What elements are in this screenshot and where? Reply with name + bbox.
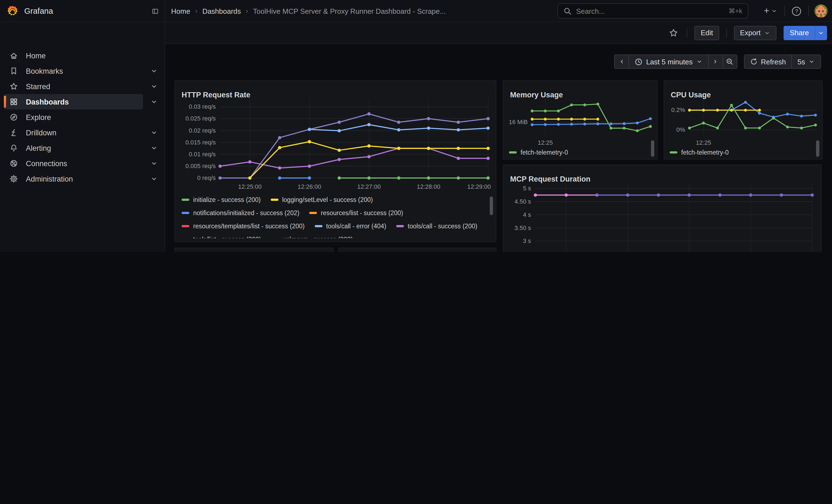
grafana-app: Grafana Home › Dashboards › ToolHive MCP…	[0, 0, 832, 252]
panel-left-icon	[152, 6, 158, 16]
zoom-out-button[interactable]	[722, 54, 737, 69]
avatar[interactable]	[814, 4, 828, 18]
breadcrumb-dashboards[interactable]: Dashboards	[202, 7, 241, 15]
sidebar-toggle-button[interactable]	[149, 4, 162, 18]
breadcrumb-home[interactable]: Home	[171, 7, 190, 15]
sidebar-item-alerting[interactable]: Alerting	[4, 140, 143, 156]
legend-label: unknown - success (200)	[283, 236, 353, 238]
svg-text:12:29:00: 12:29:00	[467, 183, 491, 190]
legend-item[interactable]: logging/setLevel - success (200)	[270, 194, 373, 205]
help-icon: ?	[791, 6, 802, 16]
search-icon	[564, 7, 572, 15]
legend-label: tools/call - success (200)	[408, 223, 477, 230]
legend-item[interactable]: tools/call - success (200)	[396, 221, 477, 232]
legend-item[interactable]: fetch-telemetry-0	[509, 147, 568, 158]
time-shift-back-button[interactable]	[614, 54, 629, 69]
legend-scrollbar[interactable]	[651, 140, 654, 157]
panel-total-request-rate: Total Request Rate 0.0875	[175, 247, 334, 252]
legend-item[interactable]: initialize - success (200)	[182, 194, 261, 205]
edit-button[interactable]: Edit	[695, 26, 719, 40]
svg-text:2.50 s: 2.50 s	[515, 250, 531, 252]
sidebar: Home Bookmarks Starred Dashboards Explor…	[0, 22, 165, 252]
export-button[interactable]: Export	[734, 26, 776, 40]
svg-text:12:28:00: 12:28:00	[417, 183, 441, 190]
sidebar-item-bookmarks[interactable]: Bookmarks	[4, 63, 143, 79]
svg-text:0.005 req/s: 0.005 req/s	[185, 163, 216, 169]
chevron-down-icon[interactable]	[150, 128, 158, 137]
http-legend: initialize - success (200)logging/setLev…	[182, 194, 482, 238]
legend-swatch	[182, 225, 189, 227]
legend-item[interactable]: resources/list - success (200)	[309, 207, 403, 218]
legend-scrollbar[interactable]	[490, 196, 493, 215]
time-range-picker[interactable]: Last 5 minutes	[628, 54, 708, 69]
help-button[interactable]: ?	[790, 5, 803, 17]
sidebar-item-drilldown[interactable]: Drilldown	[4, 125, 143, 140]
legend-label: fetch-telemetry-0	[681, 149, 729, 156]
http-request-rate-chart: 0 req/s0.005 req/s0.01 req/s0.015 req/s0…	[179, 95, 493, 193]
plus-icon: +	[764, 7, 769, 16]
brand: Grafana	[0, 0, 165, 22]
divider	[784, 5, 785, 17]
svg-text:12:25:00: 12:25:00	[238, 183, 262, 190]
sidebar-item-starred[interactable]: Starred	[4, 79, 143, 94]
legend-item[interactable]: unknown - success (200)	[271, 234, 353, 238]
legend-label: initialize - success (200)	[193, 196, 261, 203]
star-icon	[669, 28, 679, 38]
topbar-actions: + ?	[763, 0, 828, 22]
compass-icon	[9, 113, 18, 122]
memory-usage-chart: 16 MiB12:25	[507, 94, 655, 146]
sidebar-item-connections[interactable]: Connections	[4, 156, 143, 171]
legend-label: resources/list - success (200)	[321, 210, 403, 216]
time-shift-forward-button[interactable]	[708, 54, 723, 69]
share-menu-button[interactable]	[815, 26, 827, 40]
chevron-down-icon[interactable]	[150, 175, 158, 183]
cpu-usage-chart: 0.2%0%12:25	[668, 94, 820, 146]
mcp-request-duration-chart: 5 s4.50 s4 s3.50 s3 s2.50 s12:25:0012:26…	[508, 179, 818, 252]
legend-item[interactable]: tools/list - success (200)	[182, 234, 261, 238]
chevron-down-icon[interactable]	[150, 143, 158, 152]
breadcrumb-current: ToolHive MCP Server & Proxy Runner Dashb…	[253, 7, 446, 15]
breadcrumb: Home › Dashboards › ToolHive MCP Server …	[171, 0, 446, 22]
chevron-down-icon	[808, 58, 815, 65]
svg-text:0 req/s: 0 req/s	[197, 175, 216, 181]
svg-text:0.025 req/s: 0.025 req/s	[185, 115, 216, 122]
chevron-left-icon	[618, 58, 625, 65]
add-button[interactable]: +	[763, 5, 779, 17]
legend-scrollbar[interactable]	[816, 140, 820, 157]
refresh-button[interactable]: Refresh	[744, 54, 792, 69]
legend-item[interactable]: resources/templates/list - success (200)	[182, 221, 305, 232]
grafana-logo	[7, 5, 19, 17]
panel-mcp-request-duration: MCP Request Duration 5 s4.50 s4 s3.50 s3…	[503, 164, 822, 252]
chevron-down-icon[interactable]	[150, 97, 158, 106]
breadcrumb-separator: ›	[246, 7, 248, 15]
svg-text:0.02 req/s: 0.02 req/s	[189, 127, 216, 134]
sidebar-item-administration[interactable]: Administration	[4, 171, 143, 187]
svg-text:0.015 req/s: 0.015 req/s	[185, 139, 216, 146]
sidebar-item-home[interactable]: Home	[4, 48, 143, 63]
search-input[interactable]: Search... ⌘+k	[557, 3, 748, 19]
legend-swatch	[309, 212, 317, 214]
svg-text:4 s: 4 s	[523, 211, 531, 218]
legend-item[interactable]: tools/call - error (404)	[314, 221, 386, 232]
chevron-down-icon[interactable]	[150, 82, 158, 91]
panel-error-rate: Error Rate 0%	[338, 247, 496, 252]
chevron-down-icon[interactable]	[150, 67, 158, 75]
topbar: Grafana Home › Dashboards › ToolHive MCP…	[0, 0, 832, 22]
divider	[726, 28, 727, 37]
legend-item[interactable]: fetch-telemetry-0	[670, 147, 729, 158]
refresh-interval-picker[interactable]: 5s	[791, 54, 821, 69]
share-button-group: Share	[784, 26, 827, 40]
memory-legend: fetch-telemetry-0	[509, 147, 641, 159]
legend-swatch	[182, 198, 189, 201]
favorite-star-button[interactable]	[668, 27, 680, 39]
svg-text:3 s: 3 s	[523, 237, 531, 244]
chevron-down-icon[interactable]	[150, 159, 158, 168]
sidebar-item-dashboards[interactable]: Dashboards	[4, 94, 143, 109]
legend-item[interactable]: notifications/initialized - success (202…	[182, 207, 300, 218]
sidebar-item-explore[interactable]: Explore	[4, 109, 143, 125]
share-button[interactable]: Share	[784, 26, 815, 40]
svg-text:16 MiB: 16 MiB	[509, 118, 528, 126]
legend-swatch	[396, 225, 404, 227]
refresh-group: Refresh 5s	[744, 54, 821, 69]
panel-http-request-rate: HTTP Request Rate 0 req/s0.005 req/s0.01…	[175, 80, 496, 242]
